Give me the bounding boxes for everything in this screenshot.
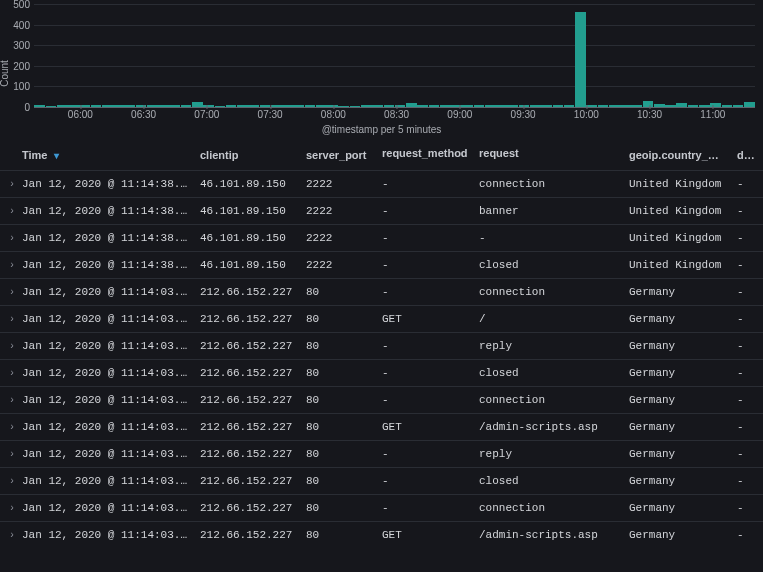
cell-serverport: 2222 [300,225,376,251]
row-expander[interactable]: › [0,225,16,251]
cell-request: closed [473,360,623,386]
cell-country: Germany [623,360,731,386]
chart-xtick: 06:30 [131,109,156,120]
cell-time: Jan 12, 2020 @ 11:14:03.776 [16,522,194,548]
chart-xlabel: @timestamp per 5 minutes [322,124,442,135]
chevron-right-icon[interactable]: › [6,206,16,217]
cell-request: connection [473,171,623,197]
chevron-right-icon[interactable]: › [6,422,16,433]
histogram-chart[interactable]: Count 0100200300400500 06:0006:3007:0007… [0,0,763,135]
chart-xtick: 11:00 [700,109,725,120]
cell-time: Jan 12, 2020 @ 11:14:03.776 [16,279,194,305]
cell-request: closed [473,252,623,278]
cell-serverport: 80 [300,468,376,494]
col-request-header[interactable]: request [473,141,623,164]
cell-request-method: - [376,495,473,521]
cell-time: Jan 12, 2020 @ 11:14:03.776 [16,414,194,440]
chevron-right-icon[interactable]: › [6,530,16,541]
col-country-header[interactable]: geoip.country_name [623,143,731,164]
col-data-header[interactable]: data [731,143,761,164]
chart-plot-area: 0100200300400500 [34,4,755,107]
cell-clientip: 212.66.152.227 [194,360,300,386]
cell-data: - [731,522,761,548]
cell-serverport: 80 [300,387,376,413]
cell-request-method: GET [376,306,473,332]
row-expander[interactable]: › [0,198,16,224]
row-expander[interactable]: › [0,306,16,332]
row-expander[interactable]: › [0,441,16,467]
table-row: ›Jan 12, 2020 @ 11:14:03.776212.66.152.2… [0,359,763,386]
cell-time: Jan 12, 2020 @ 11:14:38.791 [16,225,194,251]
row-expander[interactable]: › [0,279,16,305]
chevron-right-icon[interactable]: › [6,368,16,379]
cell-request: /admin-scripts.asp [473,414,623,440]
col-serverport-header[interactable]: server_port [300,143,376,164]
chart-xtick: 08:00 [321,109,346,120]
row-expander[interactable]: › [0,414,16,440]
chart-xtick: 09:00 [447,109,472,120]
cell-country: Germany [623,279,731,305]
cell-clientip: 212.66.152.227 [194,441,300,467]
col-time-header[interactable]: Time ▾ [16,143,194,164]
cell-country: Germany [623,522,731,548]
row-expander[interactable]: › [0,387,16,413]
col-reqmethod-label: request_method [382,147,467,161]
cell-data: - [731,360,761,386]
chart-bar[interactable] [575,12,586,107]
col-time-label: Time [22,149,47,161]
cell-clientip: 46.101.89.150 [194,252,300,278]
chevron-right-icon[interactable]: › [6,233,16,244]
chevron-right-icon[interactable]: › [6,476,16,487]
chevron-right-icon[interactable]: › [6,314,16,325]
table-row: ›Jan 12, 2020 @ 11:14:03.776212.66.152.2… [0,440,763,467]
row-expander[interactable]: › [0,360,16,386]
cell-time: Jan 12, 2020 @ 11:14:38.791 [16,171,194,197]
table-row: ›Jan 12, 2020 @ 11:14:03.776212.66.152.2… [0,305,763,332]
chart-ytick: 100 [4,81,30,92]
cell-clientip: 46.101.89.150 [194,225,300,251]
cell-country: Germany [623,306,731,332]
row-expander[interactable]: › [0,468,16,494]
cell-data: - [731,333,761,359]
col-serverport-label: server_port [306,149,367,161]
cell-data: - [731,171,761,197]
row-expander[interactable]: › [0,495,16,521]
row-expander[interactable]: › [0,333,16,359]
chevron-right-icon[interactable]: › [6,395,16,406]
col-method-header[interactable]: request_method [376,141,473,164]
cell-clientip: 212.66.152.227 [194,333,300,359]
col-country-label: geoip.country_name [629,149,731,161]
chevron-right-icon[interactable]: › [6,260,16,271]
row-expander[interactable]: › [0,522,16,548]
cell-clientip: 212.66.152.227 [194,468,300,494]
cell-serverport: 2222 [300,252,376,278]
table-row: ›Jan 12, 2020 @ 11:14:03.776212.66.152.2… [0,413,763,440]
cell-request-method: GET [376,522,473,548]
chevron-right-icon[interactable]: › [6,341,16,352]
chevron-right-icon[interactable]: › [6,179,16,190]
table-header-row: Time ▾ clientip server_port request_meth… [0,135,763,170]
table-row: ›Jan 12, 2020 @ 11:14:03.776212.66.152.2… [0,386,763,413]
row-expander[interactable]: › [0,252,16,278]
cell-country: Germany [623,414,731,440]
cell-time: Jan 12, 2020 @ 11:14:03.776 [16,360,194,386]
sort-desc-icon: ▾ [54,150,59,161]
chart-ytick: 400 [4,19,30,30]
cell-clientip: 212.66.152.227 [194,279,300,305]
cell-request: reply [473,441,623,467]
cell-data: - [731,414,761,440]
cell-request-method: - [376,387,473,413]
cell-request-method: - [376,360,473,386]
row-expander[interactable]: › [0,171,16,197]
chevron-right-icon[interactable]: › [6,503,16,514]
col-clientip-header[interactable]: clientip [194,143,300,164]
chevron-right-icon[interactable]: › [6,449,16,460]
cell-serverport: 2222 [300,171,376,197]
cell-request-method: - [376,333,473,359]
cell-country: United Kingdom [623,171,731,197]
chart-xtick: 06:00 [68,109,93,120]
chevron-right-icon[interactable]: › [6,287,16,298]
cell-data: - [731,306,761,332]
cell-data: - [731,225,761,251]
cell-clientip: 46.101.89.150 [194,198,300,224]
